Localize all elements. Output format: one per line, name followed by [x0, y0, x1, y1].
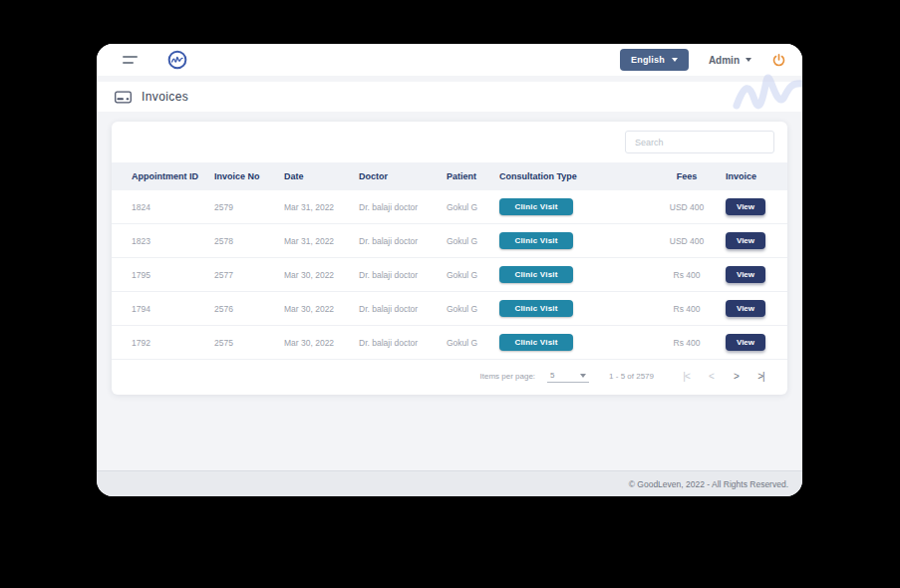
date-cell: Mar 30, 2022 [276, 258, 351, 292]
consultation-type-cell: Clinic Visit [491, 224, 656, 258]
column-header-appointment-id: Appointment ID [112, 162, 206, 190]
invoice-no-cell: 2577 [206, 258, 276, 292]
admin-menu[interactable]: Admin [709, 55, 751, 66]
brand-logo-icon [167, 50, 187, 70]
chevron-down-icon [672, 58, 678, 62]
patient-cell: Gokul G [439, 258, 491, 292]
date-cell: Mar 31, 2022 [276, 190, 351, 224]
credit-card-icon [115, 91, 132, 104]
column-header-patient: Patient [439, 162, 491, 190]
items-per-page-label: Items per page: [479, 372, 535, 381]
appointment-id-cell: 1824 [112, 190, 206, 224]
last-page-button[interactable]: >| [749, 371, 773, 382]
patient-cell: Gokul G [439, 326, 491, 360]
top-bar: English Admin [97, 44, 802, 76]
appointment-id-cell: 1795 [112, 258, 206, 292]
view-invoice-button[interactable]: View [726, 232, 765, 249]
patient-cell: Gokul G [439, 292, 491, 326]
page-title-bar: Invoices [97, 82, 802, 112]
language-dropdown-button[interactable]: English [620, 49, 689, 71]
patient-cell: Gokul G [439, 190, 491, 224]
previous-page-button[interactable]: < [699, 371, 724, 382]
appointment-id-cell: 1792 [112, 326, 206, 360]
hamburger-menu-icon[interactable] [123, 56, 138, 64]
paginator: Items per page: 5 1 - 5 of 2579 |< < > >… [112, 360, 787, 395]
date-cell: Mar 30, 2022 [276, 292, 351, 326]
fees-cell: Rs 400 [656, 326, 718, 360]
invoice-action-cell: View [718, 224, 787, 258]
consultation-type-badge: Clinic Visit [499, 300, 573, 317]
invoice-action-cell: View [718, 326, 787, 360]
doctor-cell: Dr. balaji doctor [351, 292, 439, 326]
doctor-cell: Dr. balaji doctor [351, 326, 439, 360]
invoice-action-cell: View [718, 190, 787, 224]
footer-bar: © GoodLeven, 2022 - All Rights Reserved. [97, 470, 802, 496]
column-header-doctor: Doctor [351, 162, 439, 190]
table-header-row: Appointment IDInvoice NoDateDoctorPatien… [112, 162, 787, 190]
chevron-down-icon [746, 58, 751, 62]
doctor-cell: Dr. balaji doctor [351, 224, 439, 258]
table-row: 17942576Mar 30, 2022Dr. balaji doctorGok… [112, 292, 787, 326]
first-page-button[interactable]: |< [674, 371, 699, 382]
invoice-no-cell: 2578 [206, 224, 276, 258]
admin-label: Admin [709, 55, 740, 66]
view-invoice-button[interactable]: View [726, 198, 765, 215]
view-invoice-button[interactable]: View [726, 266, 765, 283]
patient-cell: Gokul G [439, 224, 491, 258]
chevron-down-icon [580, 374, 586, 378]
paginator-nav: |< < > >| [674, 371, 773, 382]
consultation-type-cell: Clinic Visit [491, 292, 656, 326]
date-cell: Mar 30, 2022 [276, 326, 351, 360]
invoice-no-cell: 2576 [206, 292, 276, 326]
invoice-no-cell: 2575 [206, 326, 276, 360]
page-title: Invoices [142, 90, 188, 104]
language-label: English [631, 55, 665, 65]
fees-cell: USD 400 [656, 190, 718, 224]
view-invoice-button[interactable]: View [726, 334, 765, 351]
column-header-consultation-type: Consultation Type [491, 162, 656, 190]
view-invoice-button[interactable]: View [726, 300, 765, 317]
app-window: English Admin Invoices [97, 44, 802, 496]
next-page-button[interactable]: > [724, 371, 749, 382]
power-icon [771, 53, 786, 68]
invoices-card: Appointment IDInvoice NoDateDoctorPatien… [112, 122, 787, 395]
consultation-type-badge: Clinic Visit [499, 198, 573, 215]
consultation-type-cell: Clinic Visit [491, 326, 656, 360]
consultation-type-cell: Clinic Visit [491, 258, 656, 292]
column-header-fees: Fees [656, 162, 718, 190]
invoice-action-cell: View [718, 258, 787, 292]
table-row: 18242579Mar 31, 2022Dr. balaji doctorGok… [112, 190, 787, 224]
table-row: 18232578Mar 31, 2022Dr. balaji doctorGok… [112, 224, 787, 258]
appointment-id-cell: 1794 [112, 292, 206, 326]
invoice-action-cell: View [718, 292, 787, 326]
invoices-table: Appointment IDInvoice NoDateDoctorPatien… [112, 162, 787, 360]
search-input[interactable] [625, 131, 774, 153]
logout-power-button[interactable] [771, 53, 786, 68]
consultation-type-cell: Clinic Visit [491, 190, 656, 224]
column-header-invoice-no: Invoice No [206, 162, 276, 190]
table-row: 17952577Mar 30, 2022Dr. balaji doctorGok… [112, 258, 787, 292]
fees-cell: USD 400 [656, 224, 718, 258]
column-header-date: Date [276, 162, 351, 190]
page-range-label: 1 - 5 of 2579 [609, 372, 654, 381]
consultation-type-badge: Clinic Visit [499, 266, 573, 283]
fees-cell: Rs 400 [656, 258, 718, 292]
date-cell: Mar 31, 2022 [276, 224, 351, 258]
items-per-page-select[interactable]: 5 [547, 369, 589, 383]
invoice-no-cell: 2579 [206, 190, 276, 224]
doctor-cell: Dr. balaji doctor [351, 258, 439, 292]
consultation-type-badge: Clinic Visit [499, 232, 573, 249]
copyright-text: © GoodLeven, 2022 - All Rights Reserved. [629, 479, 788, 489]
appointment-id-cell: 1823 [112, 224, 206, 258]
doctor-cell: Dr. balaji doctor [351, 190, 439, 224]
consultation-type-badge: Clinic Visit [499, 334, 573, 351]
table-row: 17922575Mar 30, 2022Dr. balaji doctorGok… [112, 326, 787, 360]
items-per-page-value: 5 [550, 371, 554, 380]
column-header-invoice: Invoice [718, 162, 787, 190]
fees-cell: Rs 400 [656, 292, 718, 326]
